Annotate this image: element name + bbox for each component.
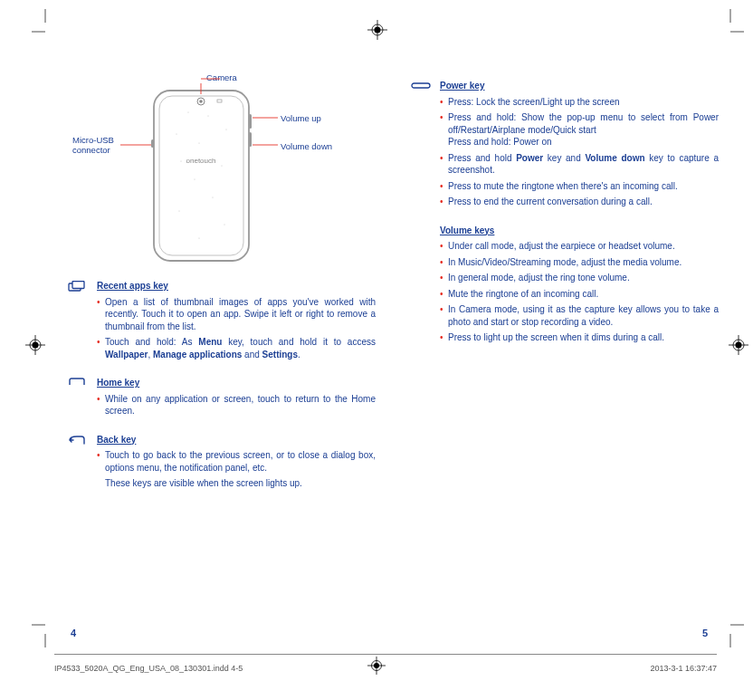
volume-title: Volume keys [440, 225, 719, 237]
registration-mark-icon [367, 20, 387, 40]
footer-filename: IP4533_5020A_QG_Eng_USA_08_130301.indd 4… [54, 664, 243, 673]
list-item: In general mode, adjust the ring tone vo… [440, 272, 719, 284]
list-item: Under call mode, adjust the earpiece or … [440, 240, 719, 253]
list-item: Touch to go back to the previous screen,… [97, 449, 376, 474]
page-number-right: 5 [702, 628, 708, 638]
page-left: Camera Micro-USB connector Volume up Vol… [68, 63, 376, 503]
power-key-icon [411, 80, 440, 212]
power-list: Press: Lock the screen/Light up the scre… [440, 96, 719, 208]
list-item: Press to light up the screen when it dim… [440, 331, 719, 344]
home-list: While on any application or screen, touc… [97, 393, 376, 417]
registration-mark-icon [25, 335, 45, 355]
list-item: Mute the ringtone of an incoming call. [440, 288, 719, 301]
list-item: Press to mute the ringtone when there's … [440, 180, 719, 193]
back-title: Back key [97, 434, 376, 446]
back-para: These keys are visible when the screen l… [97, 477, 376, 490]
list-item: Touch and hold: As Menu key, touch and h… [97, 336, 376, 360]
list-item: Press and hold Power key and Volume down… [440, 152, 719, 177]
section-back: Back key Touch to go back to the previou… [68, 434, 376, 490]
footer-divider [54, 654, 717, 655]
section-volume: Volume keys Under call mode, adjust the … [411, 225, 719, 348]
list-item: Press to end the current conversation du… [440, 196, 719, 208]
svg-rect-48 [412, 83, 430, 88]
page-number-left: 4 [71, 628, 76, 638]
phone-diagram: Camera Micro-USB connector Volume up Vol… [68, 72, 376, 267]
svg-rect-47 [72, 282, 84, 289]
home-title: Home key [97, 377, 376, 389]
list-item: Open a list of thumbnail images of apps … [97, 296, 376, 333]
list-item: In Camera mode, using it as the capture … [440, 303, 719, 328]
recent-apps-title: Recent apps key [97, 280, 376, 292]
registration-mark-icon [367, 657, 386, 675]
section-recent-apps: Recent apps key Open a list of thumbnail… [68, 280, 376, 364]
home-key-icon [68, 377, 97, 421]
page-right: Power key Press: Lock the screen/Light u… [411, 63, 719, 360]
section-power: Power key Press: Lock the screen/Light u… [411, 80, 719, 212]
list-item: Press and hold: Show the pop-up menu to … [440, 111, 719, 149]
back-key-icon [68, 434, 97, 490]
recent-apps-list: Open a list of thumbnail images of apps … [97, 296, 376, 361]
footer-datetime: 2013-3-1 16:37:47 [650, 664, 717, 673]
registration-mark-icon [729, 335, 748, 355]
section-home: Home key While on any application or scr… [68, 377, 376, 421]
recent-apps-icon [68, 280, 97, 364]
list-item: Press: Lock the screen/Light up the scre… [440, 96, 719, 109]
back-list: Touch to go back to the previous screen,… [97, 449, 376, 474]
list-item: In Music/Video/Streaming mode, adjust th… [440, 256, 719, 269]
volume-list: Under call mode, adjust the earpiece or … [440, 240, 719, 344]
list-item: While on any application or screen, touc… [97, 393, 376, 417]
power-title: Power key [440, 80, 719, 92]
